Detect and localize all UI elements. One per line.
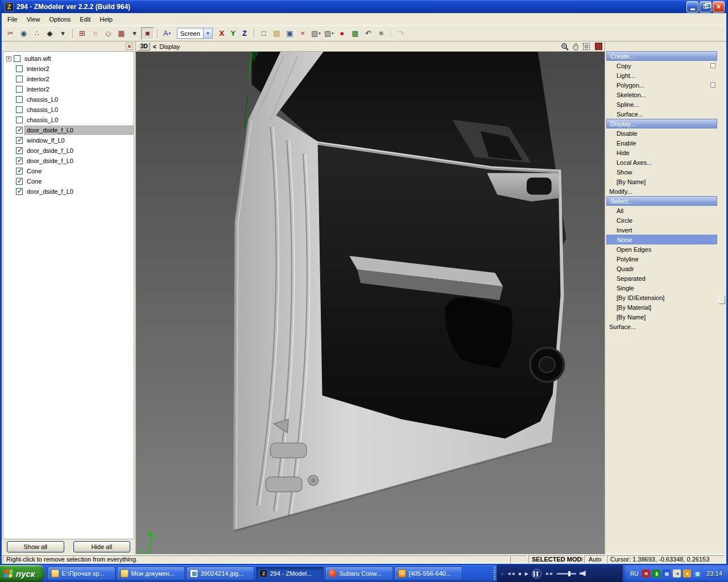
network-tray-icon[interactable]: ▥ xyxy=(693,569,701,577)
command-item[interactable]: [By Name] xyxy=(605,177,717,186)
axis-toggle-button[interactable]: Z xyxy=(239,28,250,39)
expand-icon[interactable] xyxy=(6,56,11,61)
select-fence-icon[interactable]: ▦ xyxy=(115,27,128,40)
visibility-checkbox[interactable] xyxy=(16,76,23,82)
combo-dropdown-icon[interactable] xyxy=(203,28,212,38)
command-item[interactable]: Quadr xyxy=(605,264,717,273)
scene-tree-row[interactable]: chassis_L0 xyxy=(3,105,134,115)
speaker-icon[interactable] xyxy=(580,571,586,576)
visibility-checkbox[interactable] xyxy=(16,188,23,195)
command-item[interactable]: Enable xyxy=(605,138,717,148)
hide-all-button[interactable]: Hide all xyxy=(73,541,131,552)
prev-track-button[interactable]: ◄◄ xyxy=(507,571,515,576)
undo-icon[interactable]: ↶ xyxy=(362,27,375,40)
language-indicator[interactable]: RU xyxy=(628,570,640,577)
visibility-checkbox[interactable] xyxy=(16,65,23,72)
tuner-tray-icon[interactable]: R xyxy=(642,569,650,577)
scene-tree-row[interactable]: door_dside_f_L0 xyxy=(3,125,134,135)
pause-button[interactable]: ▌▌ xyxy=(532,569,541,579)
taskbar-task[interactable]: [405-556-640... xyxy=(395,567,462,580)
log-icon[interactable]: ≡ xyxy=(375,27,388,40)
next-track-button[interactable]: ►► xyxy=(545,571,553,576)
selected-mode-icon[interactable]: ■ xyxy=(141,27,154,40)
command-item[interactable]: Create... xyxy=(606,51,717,61)
command-item[interactable]: Copy xyxy=(605,61,717,70)
command-item[interactable]: Separated xyxy=(605,273,717,283)
redo-icon[interactable]: ↷ xyxy=(394,27,407,40)
menu-item[interactable]: View xyxy=(22,14,45,24)
command-item[interactable]: Spline... xyxy=(605,99,717,109)
command-item[interactable]: Surface... xyxy=(605,322,717,331)
volume-tray-icon[interactable]: ◄ xyxy=(673,569,681,577)
morph-tools-icon[interactable]: ◆ xyxy=(43,27,56,40)
media-logo-icon[interactable]: ♪ xyxy=(501,571,503,576)
scene-tree-row[interactable]: chassis_L0 xyxy=(3,115,134,125)
select-poly-icon[interactable]: ◇ xyxy=(102,27,115,40)
command-item[interactable]: Local Axes... xyxy=(605,157,717,167)
deskband-grip[interactable] xyxy=(494,567,495,580)
scene-tree-row[interactable]: interior2 xyxy=(3,64,134,74)
viewport-back-button[interactable]: < xyxy=(153,43,156,50)
open-file-icon[interactable]: ▤ xyxy=(270,27,283,40)
panel-close-icon[interactable] xyxy=(126,43,133,50)
visibility-checkbox[interactable] xyxy=(16,106,23,113)
export-icon[interactable]: ▨ xyxy=(322,27,336,40)
delete-icon[interactable]: × xyxy=(296,27,309,40)
stop-button[interactable]: ■ xyxy=(519,571,521,576)
visibility-checkbox[interactable] xyxy=(16,147,23,154)
scene-tree-row[interactable]: interior2 xyxy=(3,84,134,94)
status-auto[interactable]: Auto xyxy=(584,555,606,563)
command-item[interactable]: Polyline xyxy=(605,254,717,264)
select-quadr-icon[interactable]: ⊞ xyxy=(76,27,89,40)
viewport-maximize-icon[interactable] xyxy=(595,43,602,50)
scene-tree-row[interactable]: door_dside_f_L0 xyxy=(3,186,134,197)
select-circle-icon[interactable]: ○ xyxy=(89,27,102,40)
axis-toggle-button[interactable]: X xyxy=(216,28,228,39)
font-tool-icon[interactable]: A xyxy=(160,27,173,40)
scene-tree-row[interactable]: door_dside_f_L0 xyxy=(3,146,134,156)
record-icon[interactable]: ● xyxy=(336,27,349,40)
zoom-icon[interactable] xyxy=(561,43,569,51)
pan-hand-icon[interactable] xyxy=(572,43,580,51)
chat-tray-icon[interactable]: ● xyxy=(683,569,691,577)
titlebar[interactable]: Z 294 - ZModeler ver 2.2.2 (Build 964) × xyxy=(2,0,726,13)
taskbar-task[interactable]: 294 - ZModel... xyxy=(256,567,324,580)
menu-item[interactable]: Help xyxy=(95,14,117,24)
command-item[interactable]: Hide xyxy=(605,148,717,157)
menu-item[interactable]: Options xyxy=(44,14,75,24)
scene-tree-row[interactable]: Cone xyxy=(3,166,134,176)
attach-tools-icon[interactable]: ◉ xyxy=(17,27,30,40)
command-item[interactable]: [By ID/Extension] xyxy=(605,293,717,302)
visibility-checkbox[interactable] xyxy=(16,137,23,144)
select-more-icon[interactable]: ▾ xyxy=(128,27,141,40)
bones-tools-icon[interactable]: ∴ xyxy=(30,27,43,40)
visibility-checkbox[interactable] xyxy=(16,157,23,164)
command-item[interactable]: Circle xyxy=(605,215,717,225)
visibility-checkbox[interactable] xyxy=(14,55,20,62)
minimize-button[interactable] xyxy=(686,1,698,13)
taskbar-task[interactable]: Е:\Прочая хр... xyxy=(48,567,115,580)
projection-select[interactable]: Screen xyxy=(177,28,213,39)
command-item[interactable]: Modify... xyxy=(605,186,717,196)
command-item[interactable]: Surface... xyxy=(605,109,717,119)
command-item[interactable]: Skeleton... xyxy=(605,90,717,99)
import-icon[interactable]: ▧ xyxy=(309,27,322,40)
new-file-icon[interactable]: □ xyxy=(257,27,270,40)
command-item[interactable]: All xyxy=(605,206,717,215)
start-button[interactable]: пуск xyxy=(0,565,45,582)
taskbar-task[interactable]: 39024214.jpg... xyxy=(187,567,254,580)
volume-slider-thumb[interactable] xyxy=(568,571,570,576)
viewport-canvas[interactable]: y z xyxy=(136,52,605,554)
visibility-checkbox[interactable] xyxy=(16,127,23,134)
close-button[interactable]: × xyxy=(713,1,725,13)
command-item[interactable]: Single xyxy=(605,283,717,293)
axis-toggle-button[interactable]: Y xyxy=(228,28,239,39)
command-item[interactable]: [By Name] xyxy=(605,312,717,322)
command-item[interactable]: Invert xyxy=(605,225,717,235)
viewport-mode-button[interactable]: 3D xyxy=(138,42,150,51)
taskbar-clock[interactable]: 23:14 xyxy=(706,570,722,577)
visibility-checkbox[interactable] xyxy=(16,86,23,93)
visibility-checkbox[interactable] xyxy=(16,117,23,123)
taskbar-task[interactable]: Мои докумен... xyxy=(117,567,185,580)
command-item[interactable]: Polygon... xyxy=(605,80,717,90)
